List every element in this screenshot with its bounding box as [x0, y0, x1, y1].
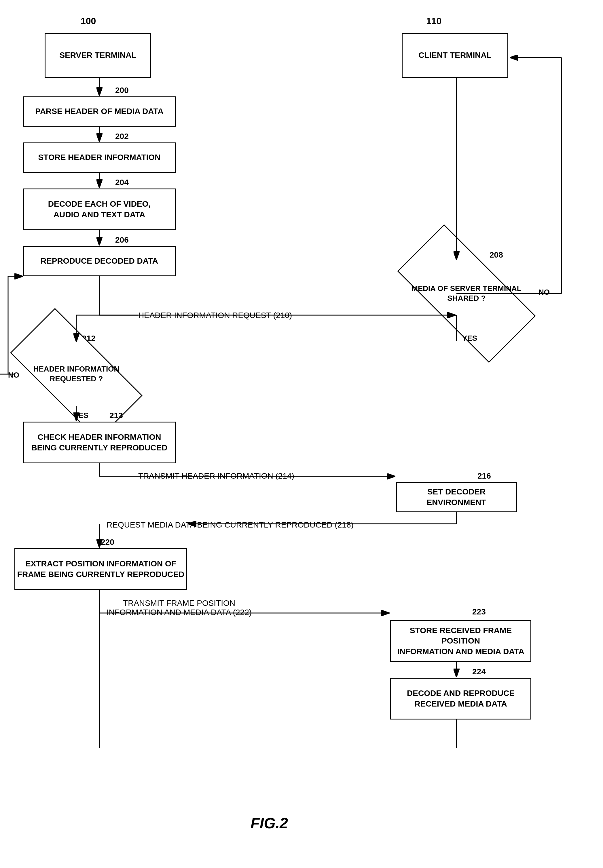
fig-label: FIG.2: [250, 814, 288, 832]
box-206-label: REPRODUCE DECODED DATA: [40, 256, 158, 266]
box-224-label: DECODE AND REPRODUCERECEIVED MEDIA DATA: [407, 688, 515, 709]
label-208-yes: YES: [462, 334, 477, 343]
box-223: STORE RECEIVED FRAME POSITIONINFORMATION…: [390, 620, 531, 662]
label-202: 202: [115, 132, 129, 141]
label-208: 208: [490, 250, 503, 260]
label-223: 223: [472, 607, 486, 617]
diamond-212-text: HEADER INFORMATIONREQUESTED ?: [33, 364, 119, 384]
label-212-yes: YES: [73, 411, 88, 420]
box-224: DECODE AND REPRODUCERECEIVED MEDIA DATA: [390, 678, 531, 720]
box-200: PARSE HEADER OF MEDIA DATA: [23, 96, 176, 126]
diamond-208: MEDIA OF SERVER TERMINALSHARED ?: [402, 261, 531, 327]
box-220-label: EXTRACT POSITION INFORMATION OFFRAME BEI…: [17, 559, 184, 580]
label-213: 213: [110, 411, 123, 420]
box-216-label: SET DECODER ENVIRONMENT: [397, 487, 516, 508]
label-216: 216: [478, 472, 491, 481]
label-224: 224: [472, 667, 486, 676]
box-204-label: DECODE EACH OF VIDEO,AUDIO AND TEXT DATA: [48, 199, 151, 220]
label-100: 100: [80, 16, 96, 26]
box-220: EXTRACT POSITION INFORMATION OFFRAME BEI…: [14, 548, 187, 590]
box-202: STORE HEADER INFORMATION: [23, 142, 176, 173]
box-213-label: CHECK HEADER INFORMATIONBEING CURRENTLY …: [31, 432, 168, 453]
diagram: 100 110 SERVER TERMINAL CLIENT TERMINAL …: [0, 0, 603, 868]
server-terminal-box: SERVER TERMINAL: [45, 33, 151, 78]
client-terminal-box: CLIENT TERMINAL: [402, 33, 508, 78]
box-204: DECODE EACH OF VIDEO,AUDIO AND TEXT DATA: [23, 188, 176, 230]
label-206: 206: [115, 236, 129, 245]
label-210: HEADER INFORMATION REQUEST (210): [138, 311, 292, 320]
label-218: REQUEST MEDIA DATA BEING CURRENTLY REPRO…: [107, 520, 354, 530]
label-110: 110: [426, 16, 441, 26]
label-214: TRANSMIT HEADER INFORMATION (214): [138, 472, 294, 481]
label-212-no: NO: [8, 371, 19, 379]
box-206: REPRODUCE DECODED DATA: [23, 246, 176, 276]
diamond-208-text: MEDIA OF SERVER TERMINALSHARED ?: [411, 284, 521, 303]
label-222: TRANSMIT FRAME POSITIONINFORMATION AND M…: [107, 599, 252, 617]
box-223-label: STORE RECEIVED FRAME POSITIONINFORMATION…: [391, 625, 530, 657]
label-204: 204: [115, 178, 129, 187]
box-216: SET DECODER ENVIRONMENT: [396, 482, 517, 512]
client-terminal-label: CLIENT TERMINAL: [418, 50, 492, 60]
box-200-label: PARSE HEADER OF MEDIA DATA: [35, 106, 163, 117]
label-208-no: NO: [538, 288, 550, 297]
box-213: CHECK HEADER INFORMATIONBEING CURRENTLY …: [23, 422, 176, 463]
box-202-label: STORE HEADER INFORMATION: [38, 152, 161, 163]
label-200: 200: [115, 86, 129, 95]
diamond-212: HEADER INFORMATIONREQUESTED ?: [14, 342, 138, 406]
label-220: 220: [101, 538, 114, 547]
server-terminal-label: SERVER TERMINAL: [59, 50, 136, 60]
